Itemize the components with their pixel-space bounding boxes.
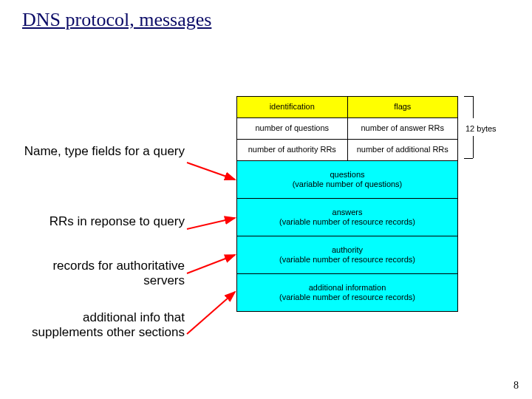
dns-message-diagram: identification flags number of questions… xyxy=(236,96,458,312)
row-num-auth-add: number of authority RRs number of additi… xyxy=(236,140,458,161)
label-authority-records: records for authoritative servers xyxy=(15,259,185,289)
svg-line-0 xyxy=(187,163,235,180)
cell-additional: additional information (variable number … xyxy=(237,274,457,311)
cell-answers: answers (variable number of resource rec… xyxy=(237,199,457,236)
cell-identification: identification xyxy=(237,97,348,117)
svg-line-1 xyxy=(187,218,235,229)
svg-line-3 xyxy=(187,292,235,334)
cell-questions: questions (variable number of questions) xyxy=(237,161,457,198)
row-num-q-a: number of questions number of answer RRs xyxy=(236,118,458,140)
label-query-fields: Name, type fields for a query xyxy=(15,144,185,159)
row-additional: additional information (variable number … xyxy=(236,274,458,312)
cell-num-authority-rrs: number of authority RRs xyxy=(237,140,348,160)
cell-flags: flags xyxy=(348,97,458,117)
cell-num-answer-rrs: number of answer RRs xyxy=(348,118,458,139)
row-id-flags: identification flags xyxy=(236,96,458,118)
page-number: 8 xyxy=(514,380,519,392)
cell-num-questions: number of questions xyxy=(237,118,348,139)
row-authority: authority (variable number of resource r… xyxy=(236,236,458,274)
row-answers: answers (variable number of resource rec… xyxy=(236,199,458,236)
bracket-label: 12 bytes xyxy=(466,124,497,133)
cell-authority: authority (variable number of resource r… xyxy=(237,236,457,273)
label-answer-rrs: RRs in reponse to query xyxy=(15,214,185,229)
header-size-bracket: 12 bytes xyxy=(464,96,508,163)
row-questions: questions (variable number of questions) xyxy=(236,161,458,199)
slide-title: DNS protocol, messages xyxy=(22,9,211,31)
label-additional-info: additional info that supplements other s… xyxy=(15,310,185,341)
cell-num-additional-rrs: number of additional RRs xyxy=(348,140,458,160)
svg-line-2 xyxy=(187,255,235,273)
